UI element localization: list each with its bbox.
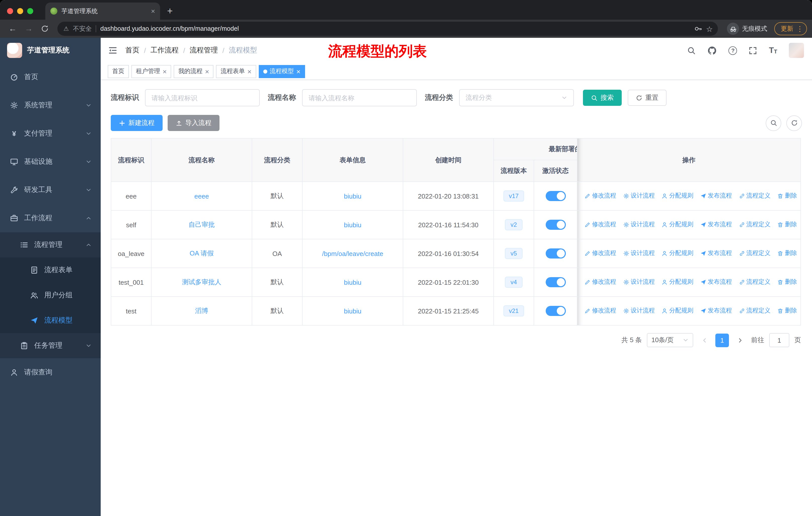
sidebar-item-process-management[interactable]: 流程管理 <box>0 232 101 257</box>
flow-definition-link[interactable]: 流程定义 <box>739 249 771 258</box>
form-info-link[interactable]: biubiu <box>344 221 361 228</box>
edit-flow-link[interactable]: 修改流程 <box>584 249 616 258</box>
model-name-link[interactable]: 滔博 <box>195 307 208 315</box>
zoom-window-button[interactable] <box>27 8 33 14</box>
avatar[interactable] <box>789 43 804 58</box>
browser-tab[interactable]: 芋道管理系统 × <box>45 2 160 20</box>
close-icon[interactable]: × <box>163 68 167 75</box>
url-text[interactable]: dashboard.yudao.iocoder.cn/bpm/manager/m… <box>100 25 239 32</box>
delete-link[interactable]: 删除 <box>777 307 797 315</box>
bookmark-star-icon[interactable]: ☆ <box>706 25 713 32</box>
delete-link[interactable]: 删除 <box>777 220 797 229</box>
assign-rule-link[interactable]: 分配规则 <box>662 192 693 200</box>
sidebar-item-workflow[interactable]: 工作流程 <box>0 204 101 232</box>
close-icon[interactable]: × <box>205 68 209 75</box>
design-flow-link[interactable]: 设计流程 <box>623 307 655 315</box>
import-process-button[interactable]: 导入流程 <box>168 115 220 131</box>
goto-page-input[interactable] <box>769 333 789 347</box>
breadcrumb-item[interactable]: 工作流程 <box>150 46 179 55</box>
tag-my-process[interactable]: 我的流程 × <box>174 65 213 78</box>
sidebar-item-leave-query[interactable]: 请假查询 <box>0 358 101 386</box>
active-toggle[interactable] <box>546 220 566 230</box>
assign-rule-link[interactable]: 分配规则 <box>662 220 693 229</box>
menu-dots-icon[interactable]: ⋮ <box>796 25 804 33</box>
search-button[interactable]: 搜索 <box>583 90 622 106</box>
assign-rule-link[interactable]: 分配规则 <box>662 278 693 287</box>
edit-flow-link[interactable]: 修改流程 <box>584 307 616 315</box>
category-select[interactable]: 流程分类 <box>459 89 574 106</box>
next-page-button[interactable] <box>734 334 746 346</box>
reload-icon[interactable] <box>41 25 49 33</box>
help-icon[interactable]: ? <box>729 46 737 55</box>
back-icon[interactable]: ← <box>5 25 20 33</box>
new-tab-button[interactable]: + <box>160 6 173 20</box>
edit-flow-link[interactable]: 修改流程 <box>584 278 616 287</box>
model-name-link[interactable]: 测试多审批人 <box>182 278 221 286</box>
sidebar-item-payment[interactable]: ¥ 支付管理 <box>0 119 101 147</box>
form-info-link[interactable]: /bpm/oa/leave/create <box>322 250 383 257</box>
flow-definition-link[interactable]: 流程定义 <box>739 220 771 229</box>
sidebar-item-home[interactable]: 首页 <box>0 63 101 91</box>
flow-definition-link[interactable]: 流程定义 <box>739 307 771 315</box>
publish-flow-link[interactable]: 发布流程 <box>700 220 732 229</box>
delete-link[interactable]: 删除 <box>777 278 797 287</box>
assign-rule-link[interactable]: 分配规则 <box>662 249 693 258</box>
flow-definition-link[interactable]: 流程定义 <box>739 192 771 200</box>
design-flow-link[interactable]: 设计流程 <box>623 249 655 258</box>
model-name-link[interactable]: 自己审批 <box>188 221 215 228</box>
key-icon[interactable] <box>694 25 702 33</box>
publish-flow-link[interactable]: 发布流程 <box>700 192 732 200</box>
search-icon[interactable] <box>688 46 696 55</box>
design-flow-link[interactable]: 设计流程 <box>623 278 655 287</box>
active-toggle[interactable] <box>546 277 566 287</box>
active-toggle[interactable] <box>546 191 566 201</box>
sidebar-item-infrastructure[interactable]: 基础设施 <box>0 147 101 176</box>
breadcrumb-item[interactable]: 流程管理 <box>190 46 218 55</box>
browser-update-button[interactable]: 更新 ⋮ <box>774 22 807 35</box>
toggle-search-button[interactable] <box>766 115 781 131</box>
close-window-button[interactable] <box>7 8 13 14</box>
sidebar-item-system[interactable]: 系统管理 <box>0 91 101 119</box>
reset-button[interactable]: 重置 <box>628 90 667 106</box>
assign-rule-link[interactable]: 分配规则 <box>662 307 693 315</box>
sidebar-item-devtools[interactable]: 研发工具 <box>0 176 101 204</box>
tag-process-form[interactable]: 流程表单 × <box>216 65 256 78</box>
sidebar-item-process-form[interactable]: 流程表单 <box>0 257 101 283</box>
breadcrumb-item[interactable]: 首页 <box>125 46 140 55</box>
refresh-table-button[interactable] <box>786 115 802 131</box>
flow-definition-link[interactable]: 流程定义 <box>739 278 771 287</box>
process-key-input[interactable] <box>145 89 260 106</box>
current-page-button[interactable]: 1 <box>715 333 729 347</box>
tag-tenant-management[interactable]: 租户管理 × <box>132 65 171 78</box>
forward-icon[interactable]: → <box>21 25 36 33</box>
fullscreen-icon[interactable] <box>749 46 757 55</box>
minimize-window-button[interactable] <box>17 8 23 14</box>
address-bar[interactable]: ⚠ 不安全 dashboard.yudao.iocoder.cn/bpm/man… <box>57 22 718 36</box>
font-size-icon[interactable]: TT <box>769 46 777 54</box>
form-info-link[interactable]: biubiu <box>344 278 361 286</box>
github-icon[interactable] <box>707 46 717 55</box>
close-icon[interactable]: × <box>296 68 300 75</box>
publish-flow-link[interactable]: 发布流程 <box>700 278 732 287</box>
model-name-link[interactable]: OA 请假 <box>190 249 213 257</box>
design-flow-link[interactable]: 设计流程 <box>623 192 655 200</box>
collapse-sidebar-icon[interactable] <box>108 46 117 55</box>
page-size-select[interactable]: 10条/页 <box>647 333 693 347</box>
tag-home[interactable]: 首页 <box>108 65 129 78</box>
security-label[interactable]: 不安全 <box>73 24 92 33</box>
active-toggle[interactable] <box>546 248 566 259</box>
sidebar-item-user-group[interactable]: 用户分组 <box>0 283 101 308</box>
edit-flow-link[interactable]: 修改流程 <box>584 220 616 229</box>
app-logo[interactable]: 芋道管理系统 <box>0 38 101 63</box>
publish-flow-link[interactable]: 发布流程 <box>700 249 732 258</box>
form-info-link[interactable]: biubiu <box>344 307 361 315</box>
sidebar-item-process-model[interactable]: 流程模型 <box>0 308 101 333</box>
tab-close-icon[interactable]: × <box>151 7 155 15</box>
active-toggle[interactable] <box>546 306 566 316</box>
delete-link[interactable]: 删除 <box>777 249 797 258</box>
create-process-button[interactable]: 新建流程 <box>111 115 163 131</box>
form-info-link[interactable]: biubiu <box>344 192 361 200</box>
model-name-link[interactable]: eeee <box>194 192 209 200</box>
delete-link[interactable]: 删除 <box>777 192 797 200</box>
tag-process-model[interactable]: 流程模型 × <box>259 65 305 78</box>
